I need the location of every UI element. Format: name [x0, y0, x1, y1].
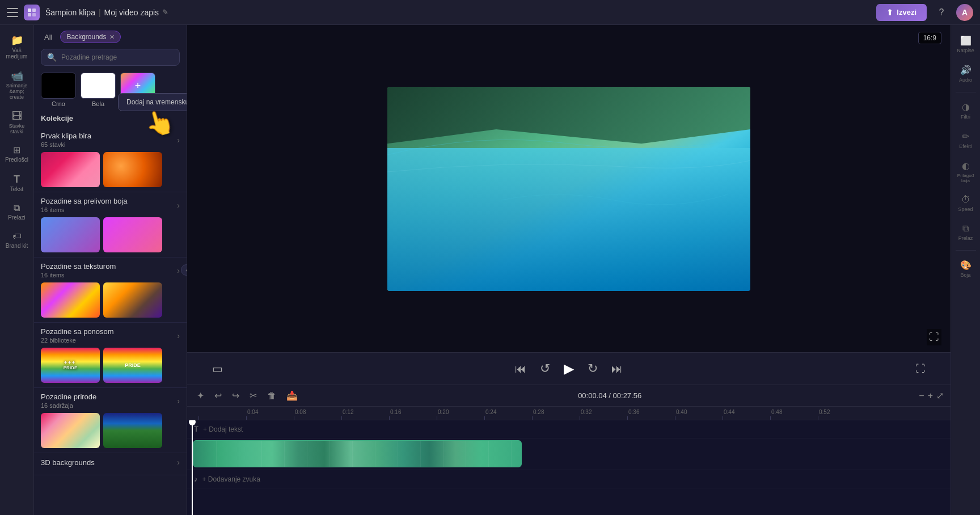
collection-texture-info: Pozadine sa teksturom 16 items: [41, 262, 116, 279]
zoom-fit-button[interactable]: ⤢: [936, 390, 944, 401]
effects-icon: ✏: [962, 131, 969, 142]
video-clip[interactable]: [193, 440, 522, 467]
sidebar-item-text[interactable]: T Tekst: [2, 170, 32, 197]
add-timeline-tooltip: Dodaj na vremensku osu: [118, 93, 187, 111]
playhead[interactable]: [192, 420, 193, 515]
project-name: Šampion klipa | Moj video zapis ✎: [45, 8, 168, 17]
caption-toggle-button[interactable]: ▭: [210, 360, 225, 378]
brandkit-icon: 🏷: [12, 232, 22, 241]
backgrounds-filter-tag[interactable]: Backgrounds ✕: [60, 31, 120, 43]
avatar[interactable]: A: [956, 4, 973, 21]
menu-icon[interactable]: [7, 8, 18, 17]
right-panel-effects[interactable]: ✏ Efekti: [953, 126, 979, 154]
ruler-mark-1: 0:04: [246, 409, 294, 420]
icon-sidebar: 📁 Vaš medijum 📹 Snimanje &amp; create 🎞 …: [0, 25, 34, 515]
black-swatch[interactable]: [41, 73, 76, 99]
record-icon: 📹: [11, 71, 23, 81]
right-panel-captions[interactable]: ⬜ Natpise: [953, 31, 979, 58]
skip-fwd-button[interactable]: ⏭: [609, 360, 625, 378]
undo-button[interactable]: ↩: [212, 389, 225, 403]
select-tool-button[interactable]: ✦: [194, 389, 207, 403]
sidebar-item-brandkit[interactable]: 🏷 Brand kit: [2, 227, 32, 254]
collection-nature-thumbs: [41, 413, 180, 448]
sidebar-item-record[interactable]: 📹 Snimanje &amp; create: [2, 66, 32, 104]
redo-button[interactable]: ↪: [229, 389, 242, 403]
audio-track[interactable]: ♪ + Dodavanje zvuka: [187, 470, 951, 488]
ruler-mark-4: 0:16: [389, 409, 437, 420]
ruler-mark-2: 0:08: [294, 409, 341, 420]
fullscreen-controls-button[interactable]: ⛶: [913, 361, 928, 377]
center-area: 16:9 ⛶ ▭ ⏮ ↺ ▶ ↻ ⏭ ⛶ ✦ ↩ ↪ ✂ 🗑 📥: [187, 25, 951, 515]
captions-icon: ⬜: [960, 35, 971, 46]
help-button[interactable]: ?: [933, 5, 949, 20]
remove-filter-icon[interactable]: ✕: [109, 33, 115, 41]
text-track[interactable]: T + Dodaj tekst: [187, 420, 951, 438]
video-frame: [387, 87, 750, 291]
thumb-gold[interactable]: [103, 282, 162, 318]
speed-icon: ⏱: [961, 195, 970, 205]
thumb-pride1[interactable]: ✦✦✦PRIDE: [41, 348, 100, 383]
filters-icon: ◑: [962, 102, 970, 112]
collection-3d[interactable]: 3D backgrounds ›: [34, 453, 187, 475]
delete-button[interactable]: 🗑: [264, 389, 279, 403]
collection-champion[interactable]: Prvak klipa bira 65 stavki ›: [34, 127, 187, 192]
collection-nature-header: Pozadine prirode 16 sadržaja ›: [41, 392, 180, 410]
all-filter-button[interactable]: All: [41, 31, 56, 43]
text-icon: T: [14, 174, 20, 184]
save-button[interactable]: 📥: [284, 389, 301, 403]
topbar-left: Šampion klipa | Moj video zapis ✎: [7, 5, 869, 20]
rewind-button[interactable]: ↺: [538, 359, 552, 378]
thumb-nature-forest[interactable]: [103, 413, 162, 448]
chevron-icon: ›: [177, 331, 180, 340]
zoom-out-button[interactable]: −: [919, 391, 924, 401]
cut-button[interactable]: ✂: [247, 389, 260, 403]
play-button[interactable]: ▶: [561, 358, 576, 379]
sidebar-item-media[interactable]: 📁 Vaš medijum: [2, 31, 32, 64]
collection-pride-info: Pozadine sa ponosom 22 biblioteke: [41, 327, 114, 344]
video-track: [187, 438, 951, 470]
thumb-swirl[interactable]: [41, 282, 100, 318]
export-button[interactable]: ⬆ Izvezi: [876, 4, 927, 21]
right-panel-speed[interactable]: ⏱ Speed: [953, 190, 979, 217]
white-swatch[interactable]: [81, 73, 116, 99]
collection-pride[interactable]: Pozadine sa ponosom 22 biblioteke › ✦✦✦P…: [34, 323, 187, 388]
clip-pattern: [193, 441, 521, 467]
skip-back-button[interactable]: ⏮: [513, 360, 529, 378]
forward-button[interactable]: ↻: [585, 359, 600, 378]
right-panel: ⬜ Natpise 🔊 Audio ◑ Filtri ✏ Efekti ◐ Pr…: [951, 25, 980, 515]
sidebar-item-templates[interactable]: ⊞ Predlošci: [2, 141, 32, 167]
scenes-icon: 🎞: [12, 111, 22, 121]
ruler-mark-6: 0:24: [484, 409, 532, 420]
collection-texture[interactable]: Pozadine sa teksturom 16 items ›: [34, 258, 187, 323]
right-panel-transition[interactable]: ⧉ Prelaz: [953, 219, 979, 246]
thumb-pride2[interactable]: PRIDE: [103, 348, 162, 383]
swatch-black[interactable]: Crno: [41, 73, 76, 107]
thumb-pink-abstract[interactable]: [41, 152, 100, 187]
collection-texture-thumbs: [41, 282, 180, 318]
thumb-orange-circles[interactable]: [103, 152, 162, 187]
edit-name-icon[interactable]: ✎: [162, 8, 168, 16]
sidebar-item-transitions[interactable]: ⧉ Prelazi: [2, 199, 32, 225]
transitions-icon: ⧉: [14, 204, 20, 213]
swatch-white[interactable]: Bela: [81, 73, 116, 107]
right-panel-filters[interactable]: ◑ Filtri: [953, 97, 979, 124]
collection-gradient[interactable]: Pozadine sa prelivom boja 16 items ›: [34, 192, 187, 258]
collection-pride-thumbs: ✦✦✦PRIDE PRIDE: [41, 348, 180, 383]
svg-rect-0: [28, 9, 31, 12]
right-panel-color-adjust[interactable]: ◐ Prilagođ boja: [953, 156, 979, 188]
ruler-mark-12: 0:48: [770, 409, 818, 420]
collection-nature[interactable]: Pozadine prirode 16 sadržaja ›: [34, 388, 187, 453]
media-icon: 📁: [11, 35, 23, 45]
thumb-blue-purple[interactable]: [41, 217, 100, 252]
fullscreen-button[interactable]: ⛶: [927, 329, 941, 345]
zoom-in-button[interactable]: +: [928, 391, 933, 401]
collections-header: Kolekcije: [34, 112, 187, 127]
ruler-mark-11: 0:44: [723, 409, 770, 420]
right-panel-color2[interactable]: 🎨 Boja: [953, 255, 979, 282]
thumb-nature-flowers[interactable]: [41, 413, 100, 448]
sidebar-item-scenes[interactable]: 🎞 Stavke stavki: [2, 107, 32, 139]
thumb-purple-pink[interactable]: [103, 217, 162, 252]
right-panel-audio[interactable]: 🔊 Audio: [953, 60, 979, 87]
search-input[interactable]: [61, 53, 174, 61]
svg-rect-2: [28, 13, 31, 16]
